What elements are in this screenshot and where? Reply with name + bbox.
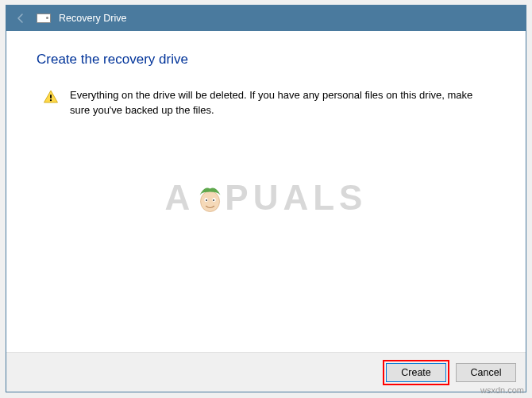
watermark-mascot-icon — [193, 181, 226, 214]
button-bar: Create Cancel — [6, 352, 526, 392]
titlebar: Recovery Drive — [6, 6, 526, 31]
svg-point-3 — [204, 198, 207, 202]
svg-point-1 — [50, 99, 52, 101]
window-title: Recovery Drive — [59, 13, 126, 24]
create-highlight: Create — [383, 360, 449, 385]
attribution-text: wsxdn.com — [480, 385, 524, 395]
watermark-right: PUALS — [225, 178, 367, 218]
create-button[interactable]: Create — [386, 363, 446, 382]
svg-point-5 — [206, 199, 207, 201]
svg-point-6 — [213, 199, 214, 201]
warning-text: Everything on the drive will be deleted.… — [70, 88, 475, 118]
back-icon — [13, 10, 29, 26]
drive-icon — [37, 14, 51, 23]
page-heading: Create the recovery drive — [37, 52, 495, 68]
watermark: A PUALS — [165, 178, 368, 218]
warning-icon — [43, 89, 59, 108]
content-area: Create the recovery drive Everything on … — [6, 31, 526, 352]
warning-row: Everything on the drive will be deleted.… — [37, 88, 495, 118]
svg-rect-0 — [50, 95, 52, 99]
svg-point-2 — [200, 191, 219, 212]
watermark-left: A — [165, 178, 195, 218]
cancel-button[interactable]: Cancel — [456, 363, 516, 382]
recovery-drive-wizard-window: Recovery Drive Create the recovery drive… — [6, 5, 526, 392]
svg-point-4 — [212, 198, 215, 202]
